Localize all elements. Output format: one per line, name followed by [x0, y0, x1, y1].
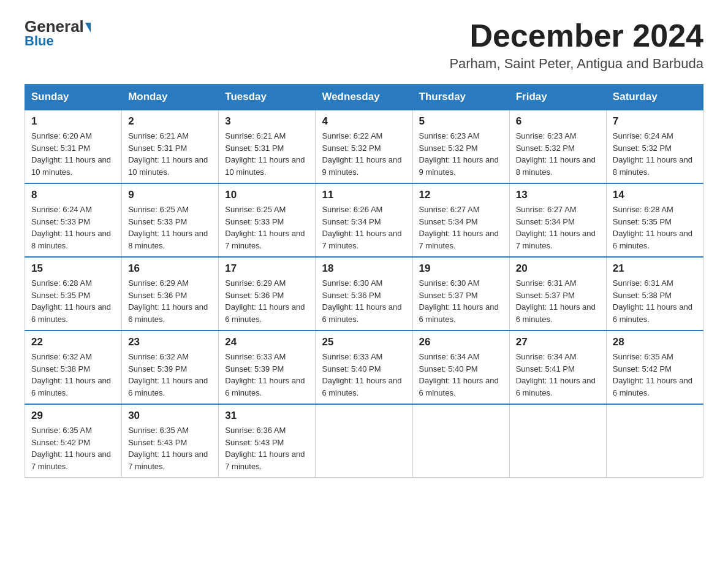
day-info: Sunrise: 6:20 AM Sunset: 5:31 PM Dayligh… [31, 130, 115, 178]
day-number: 7 [613, 115, 697, 128]
calendar-cell: 28 Sunrise: 6:35 AM Sunset: 5:42 PM Dayl… [606, 331, 703, 404]
day-info: Sunrise: 6:32 AM Sunset: 5:38 PM Dayligh… [31, 351, 115, 399]
day-info: Sunrise: 6:27 AM Sunset: 5:34 PM Dayligh… [419, 204, 503, 251]
day-header-thursday: Thursday [412, 85, 509, 110]
day-number: 30 [128, 410, 212, 422]
day-number: 15 [31, 262, 115, 275]
calendar-cell: 16 Sunrise: 6:29 AM Sunset: 5:36 PM Dayl… [122, 257, 219, 331]
calendar-cell: 9 Sunrise: 6:25 AM Sunset: 5:33 PM Dayli… [122, 183, 219, 257]
day-number: 8 [31, 189, 115, 201]
calendar-cell: 7 Sunrise: 6:24 AM Sunset: 5:32 PM Dayli… [606, 110, 703, 183]
calendar-cell: 27 Sunrise: 6:34 AM Sunset: 5:41 PM Dayl… [509, 331, 606, 404]
calendar-cell [606, 404, 703, 478]
calendar-cell: 8 Sunrise: 6:24 AM Sunset: 5:33 PM Dayli… [25, 183, 122, 257]
calendar-cell: 3 Sunrise: 6:21 AM Sunset: 5:31 PM Dayli… [219, 110, 316, 183]
calendar-cell: 17 Sunrise: 6:29 AM Sunset: 5:36 PM Dayl… [219, 257, 316, 331]
day-info: Sunrise: 6:21 AM Sunset: 5:31 PM Dayligh… [225, 130, 309, 178]
day-number: 3 [225, 115, 309, 128]
week-row-3: 15 Sunrise: 6:28 AM Sunset: 5:35 PM Dayl… [25, 257, 703, 331]
day-number: 25 [322, 336, 406, 348]
calendar-cell [509, 404, 606, 478]
calendar-cell [316, 404, 412, 478]
calendar-cell: 20 Sunrise: 6:31 AM Sunset: 5:37 PM Dayl… [509, 257, 606, 331]
calendar-cell: 23 Sunrise: 6:32 AM Sunset: 5:39 PM Dayl… [122, 331, 219, 404]
week-row-1: 1 Sunrise: 6:20 AM Sunset: 5:31 PM Dayli… [25, 110, 703, 183]
day-number: 20 [516, 262, 600, 275]
calendar-cell: 10 Sunrise: 6:25 AM Sunset: 5:33 PM Dayl… [219, 183, 316, 257]
calendar-cell [412, 404, 509, 478]
calendar-cell: 2 Sunrise: 6:21 AM Sunset: 5:31 PM Dayli… [122, 110, 219, 183]
day-number: 4 [322, 115, 406, 128]
calendar-cell: 25 Sunrise: 6:33 AM Sunset: 5:40 PM Dayl… [316, 331, 412, 404]
day-number: 2 [128, 115, 212, 128]
day-number: 31 [225, 410, 309, 422]
day-number: 12 [419, 189, 503, 201]
day-number: 11 [322, 189, 406, 201]
day-number: 28 [613, 336, 697, 348]
calendar-cell: 18 Sunrise: 6:30 AM Sunset: 5:36 PM Dayl… [316, 257, 412, 331]
logo: General Blue [25, 18, 91, 49]
calendar-cell: 5 Sunrise: 6:23 AM Sunset: 5:32 PM Dayli… [412, 110, 509, 183]
day-info: Sunrise: 6:24 AM Sunset: 5:32 PM Dayligh… [613, 130, 697, 178]
day-info: Sunrise: 6:27 AM Sunset: 5:34 PM Dayligh… [516, 204, 600, 251]
day-info: Sunrise: 6:34 AM Sunset: 5:41 PM Dayligh… [516, 351, 600, 399]
day-header-sunday: Sunday [25, 85, 122, 110]
day-info: Sunrise: 6:25 AM Sunset: 5:33 PM Dayligh… [225, 204, 309, 251]
calendar-cell: 6 Sunrise: 6:23 AM Sunset: 5:32 PM Dayli… [509, 110, 606, 183]
day-info: Sunrise: 6:23 AM Sunset: 5:32 PM Dayligh… [419, 130, 503, 178]
day-info: Sunrise: 6:31 AM Sunset: 5:37 PM Dayligh… [516, 277, 600, 325]
day-info: Sunrise: 6:35 AM Sunset: 5:42 PM Dayligh… [31, 424, 115, 472]
calendar-cell: 11 Sunrise: 6:26 AM Sunset: 5:34 PM Dayl… [316, 183, 412, 257]
day-number: 24 [225, 336, 309, 348]
day-info: Sunrise: 6:32 AM Sunset: 5:39 PM Dayligh… [128, 351, 212, 399]
calendar-cell: 13 Sunrise: 6:27 AM Sunset: 5:34 PM Dayl… [509, 183, 606, 257]
day-number: 10 [225, 189, 309, 201]
week-row-2: 8 Sunrise: 6:24 AM Sunset: 5:33 PM Dayli… [25, 183, 703, 257]
day-info: Sunrise: 6:34 AM Sunset: 5:40 PM Dayligh… [419, 351, 503, 399]
calendar-cell: 12 Sunrise: 6:27 AM Sunset: 5:34 PM Dayl… [412, 183, 509, 257]
day-number: 26 [419, 336, 503, 348]
calendar-cell: 22 Sunrise: 6:32 AM Sunset: 5:38 PM Dayl… [25, 331, 122, 404]
day-info: Sunrise: 6:33 AM Sunset: 5:39 PM Dayligh… [225, 351, 309, 399]
day-number: 19 [419, 262, 503, 275]
day-number: 16 [128, 262, 212, 275]
day-number: 13 [516, 189, 600, 201]
day-number: 1 [31, 115, 115, 128]
calendar-table: SundayMondayTuesdayWednesdayThursdayFrid… [25, 84, 703, 478]
day-header-monday: Monday [122, 85, 219, 110]
logo-blue: Blue [25, 33, 54, 49]
day-header-wednesday: Wednesday [316, 85, 412, 110]
day-info: Sunrise: 6:28 AM Sunset: 5:35 PM Dayligh… [31, 277, 115, 325]
day-info: Sunrise: 6:21 AM Sunset: 5:31 PM Dayligh… [128, 130, 212, 178]
day-number: 27 [516, 336, 600, 348]
day-number: 18 [322, 262, 406, 275]
day-header-tuesday: Tuesday [219, 85, 316, 110]
day-number: 9 [128, 189, 212, 201]
day-info: Sunrise: 6:29 AM Sunset: 5:36 PM Dayligh… [128, 277, 212, 325]
day-info: Sunrise: 6:28 AM Sunset: 5:35 PM Dayligh… [613, 204, 697, 251]
day-number: 21 [613, 262, 697, 275]
day-info: Sunrise: 6:25 AM Sunset: 5:33 PM Dayligh… [128, 204, 212, 251]
day-info: Sunrise: 6:30 AM Sunset: 5:37 PM Dayligh… [419, 277, 503, 325]
calendar-cell: 30 Sunrise: 6:35 AM Sunset: 5:43 PM Dayl… [122, 404, 219, 478]
day-info: Sunrise: 6:24 AM Sunset: 5:33 PM Dayligh… [31, 204, 115, 251]
day-info: Sunrise: 6:22 AM Sunset: 5:32 PM Dayligh… [322, 130, 406, 178]
day-number: 14 [613, 189, 697, 201]
week-row-5: 29 Sunrise: 6:35 AM Sunset: 5:42 PM Dayl… [25, 404, 703, 478]
day-info: Sunrise: 6:33 AM Sunset: 5:40 PM Dayligh… [322, 351, 406, 399]
logo-text: General [25, 18, 91, 34]
calendar-cell: 31 Sunrise: 6:36 AM Sunset: 5:43 PM Dayl… [219, 404, 316, 478]
day-info: Sunrise: 6:26 AM Sunset: 5:34 PM Dayligh… [322, 204, 406, 251]
day-header-friday: Friday [509, 85, 606, 110]
page-header: General Blue December 2024 Parham, Saint… [25, 18, 703, 72]
calendar-cell: 4 Sunrise: 6:22 AM Sunset: 5:32 PM Dayli… [316, 110, 412, 183]
day-info: Sunrise: 6:36 AM Sunset: 5:43 PM Dayligh… [225, 424, 309, 472]
day-info: Sunrise: 6:30 AM Sunset: 5:36 PM Dayligh… [322, 277, 406, 325]
day-header-saturday: Saturday [606, 85, 703, 110]
day-info: Sunrise: 6:23 AM Sunset: 5:32 PM Dayligh… [516, 130, 600, 178]
day-number: 23 [128, 336, 212, 348]
week-row-4: 22 Sunrise: 6:32 AM Sunset: 5:38 PM Dayl… [25, 331, 703, 404]
calendar-cell: 26 Sunrise: 6:34 AM Sunset: 5:40 PM Dayl… [412, 331, 509, 404]
day-number: 17 [225, 262, 309, 275]
calendar-cell: 24 Sunrise: 6:33 AM Sunset: 5:39 PM Dayl… [219, 331, 316, 404]
